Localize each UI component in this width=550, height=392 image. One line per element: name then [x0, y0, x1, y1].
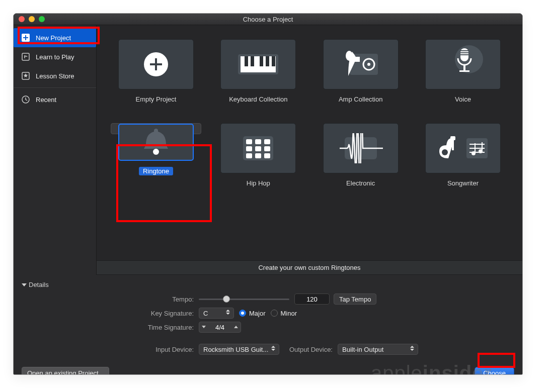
- project-label: Electronic: [346, 179, 375, 187]
- waveform-icon: [323, 123, 399, 173]
- project-grid: Empty Project Keyboard Collection Amp Co…: [97, 25, 522, 192]
- clock-icon: [21, 94, 31, 105]
- project-label: Songwriter: [447, 179, 479, 187]
- svg-rect-37: [255, 153, 261, 158]
- sidebar-item-new-project[interactable]: New Project: [14, 28, 96, 47]
- project-label: Hip Hop: [247, 179, 270, 187]
- bell-icon: [118, 124, 194, 161]
- svg-rect-47: [482, 142, 483, 150]
- svg-rect-15: [272, 56, 275, 66]
- details-label: Details: [29, 281, 49, 288]
- details-panel: Details Tempo: 120 Tap Tempo Key Signatu…: [14, 275, 522, 361]
- project-label: Ringtone: [139, 167, 173, 175]
- svg-rect-14: [266, 56, 269, 66]
- svg-rect-35: [264, 146, 270, 151]
- amp-icon: [323, 39, 399, 89]
- open-existing-button[interactable]: Open an existing Project...: [22, 367, 109, 375]
- triangle-down-icon: [22, 283, 27, 286]
- project-keyboard-collection[interactable]: Keyboard Collection: [213, 39, 303, 103]
- sidebar-item-recent[interactable]: Recent: [14, 90, 96, 109]
- svg-rect-2: [23, 37, 28, 38]
- project-chooser-window: Choose a Project New Project Learn to Pl…: [13, 13, 523, 375]
- svg-rect-8: [150, 63, 162, 65]
- svg-rect-30: [246, 139, 252, 144]
- svg-rect-49: [450, 136, 455, 140]
- svg-point-21: [455, 45, 483, 73]
- project-songwriter[interactable]: Songwriter: [418, 123, 508, 187]
- tempo-slider[interactable]: [199, 293, 289, 305]
- sidebar-item-label: Recent: [36, 96, 56, 104]
- project-voice[interactable]: Voice: [418, 39, 508, 103]
- svg-rect-13: [260, 56, 263, 66]
- sidebar-item-label: Lesson Store: [36, 72, 74, 80]
- plus-square-icon: [21, 33, 31, 43]
- tap-tempo-button[interactable]: Tap Tempo: [334, 293, 376, 305]
- svg-rect-31: [255, 139, 261, 144]
- keysig-major-radio[interactable]: Major: [239, 310, 266, 317]
- input-device-select[interactable]: Rocksmith USB Guit...: [199, 344, 279, 355]
- svg-rect-26: [463, 64, 465, 70]
- svg-rect-32: [264, 139, 270, 144]
- svg-rect-38: [264, 153, 270, 158]
- sidebar-item-label: Learn to Play: [36, 53, 74, 61]
- window-title: Choose a Project: [243, 16, 293, 23]
- svg-rect-24: [460, 52, 468, 53]
- output-device-label: Output Device:: [289, 346, 333, 353]
- empty-project-icon: [118, 39, 194, 89]
- timesig-label: Time Signature:: [22, 324, 199, 331]
- svg-rect-12: [251, 56, 254, 66]
- svg-rect-25: [460, 54, 468, 55]
- watermark: appleinsider: [371, 362, 492, 375]
- drum-pad-icon: [220, 123, 296, 173]
- keysig-minor-radio[interactable]: Minor: [271, 310, 297, 317]
- sidebar-item-learn-to-play[interactable]: Learn to Play: [14, 47, 96, 66]
- content-area: Empty Project Keyboard Collection Amp Co…: [97, 25, 522, 275]
- keyboard-icon: [220, 39, 296, 89]
- input-device-label: Input Device:: [22, 346, 199, 353]
- chevron-down-icon[interactable]: [199, 326, 208, 329]
- sidebar-divider: [14, 87, 96, 88]
- zoom-icon[interactable]: [39, 16, 45, 22]
- svg-rect-23: [460, 50, 468, 51]
- svg-rect-33: [246, 146, 252, 151]
- titlebar: Choose a Project: [14, 14, 522, 25]
- project-ringtone[interactable]: Ringtone: [111, 123, 201, 134]
- project-label: Voice: [455, 95, 471, 103]
- learn-icon: [21, 52, 31, 62]
- chevron-updown-icon: [271, 346, 276, 351]
- project-hip-hop[interactable]: Hip Hop: [213, 123, 303, 187]
- chevron-updown-icon: [410, 346, 415, 351]
- project-amp-collection[interactable]: Amp Collection: [316, 39, 406, 103]
- svg-rect-27: [459, 70, 469, 72]
- svg-point-18: [367, 63, 370, 66]
- sidebar-item-lesson-store[interactable]: Lesson Store: [14, 66, 96, 85]
- svg-rect-36: [246, 153, 252, 158]
- svg-rect-34: [255, 146, 261, 151]
- project-label: Amp Collection: [339, 95, 382, 103]
- microphone-icon: [425, 39, 501, 89]
- window-traffic-lights: [19, 16, 45, 22]
- timesig-stepper[interactable]: 4/4: [199, 322, 241, 333]
- svg-point-28: [153, 149, 159, 155]
- svg-rect-3: [22, 53, 29, 60]
- svg-point-50: [442, 149, 448, 155]
- project-empty-project[interactable]: Empty Project: [111, 39, 201, 103]
- minimize-icon[interactable]: [29, 16, 35, 22]
- star-icon: [21, 71, 31, 81]
- chevron-updown-icon: [225, 310, 230, 315]
- project-electronic[interactable]: Electronic: [316, 123, 406, 187]
- tempo-value[interactable]: 120: [294, 293, 330, 305]
- close-icon[interactable]: [19, 16, 25, 22]
- svg-rect-11: [245, 56, 248, 66]
- tempo-label: Tempo:: [22, 296, 199, 303]
- chevron-up-icon[interactable]: [231, 326, 241, 329]
- bottom-bar: Open an existing Project... Choose apple…: [14, 361, 522, 375]
- keysig-select[interactable]: C: [199, 308, 234, 319]
- project-label: Empty Project: [136, 95, 177, 103]
- songwriter-icon: [425, 123, 501, 173]
- svg-point-20: [346, 51, 353, 61]
- output-device-select[interactable]: Built-in Output: [338, 344, 418, 355]
- keysig-label: Key Signature:: [22, 310, 199, 317]
- sidebar-item-label: New Project: [36, 34, 71, 42]
- details-disclosure[interactable]: Details: [22, 281, 514, 288]
